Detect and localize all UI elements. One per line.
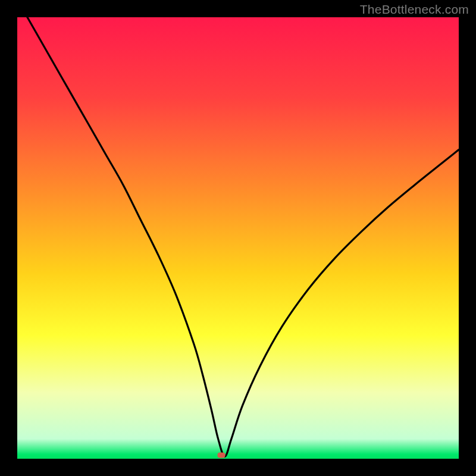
curve-layer — [17, 17, 459, 459]
optimal-point-marker — [217, 453, 225, 458]
watermark-text: TheBottleneck.com — [360, 2, 469, 17]
bottleneck-curve — [17, 17, 459, 456]
plot-area — [17, 17, 459, 459]
chart-frame: TheBottleneck.com — [0, 0, 476, 476]
